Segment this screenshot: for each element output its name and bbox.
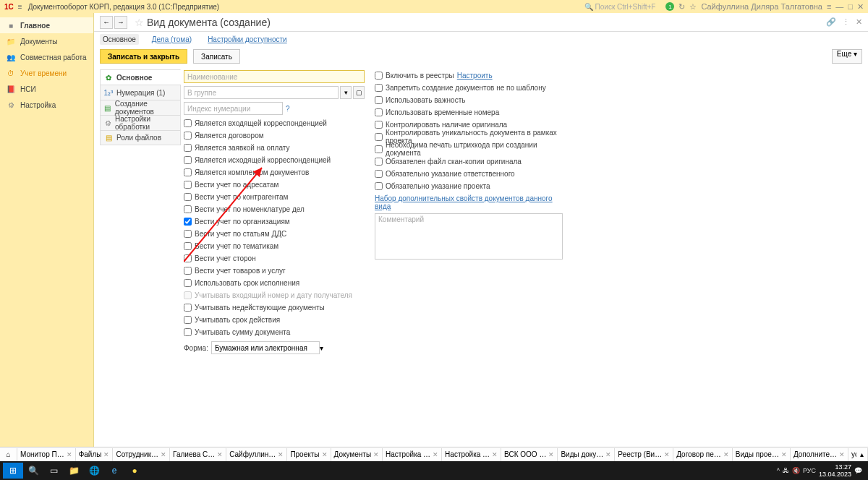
history-icon[interactable]: ↻ bbox=[678, 2, 685, 12]
wintab-scroll[interactable]: ▴ bbox=[856, 448, 868, 461]
check-right-9-box[interactable] bbox=[375, 182, 383, 190]
tab-main[interactable]: Основное bbox=[100, 34, 139, 45]
check-left-3-box[interactable] bbox=[184, 156, 192, 164]
check-left-9-box[interactable] bbox=[184, 230, 192, 238]
more-icon[interactable]: ≡ bbox=[827, 2, 831, 11]
wintab-12[interactable]: Договор пе…✕ bbox=[673, 448, 733, 461]
check-left-6-box[interactable] bbox=[184, 193, 192, 201]
wintab-5[interactable]: Проекты✕ bbox=[287, 448, 331, 461]
wintab-3[interactable]: Галиева С…✕ bbox=[170, 448, 226, 461]
close-page-icon[interactable]: ✕ bbox=[856, 17, 862, 27]
wintab-5-close[interactable]: ✕ bbox=[322, 451, 328, 458]
tb-tray-sound[interactable]: 🔇 bbox=[792, 467, 800, 474]
subtab-numbering[interactable]: 1₂³Нумерация (1) bbox=[100, 85, 181, 100]
check-right-3-box[interactable] bbox=[375, 108, 383, 116]
star-icon[interactable]: ☆ bbox=[689, 2, 697, 12]
wintab-6[interactable]: Документы✕ bbox=[331, 448, 383, 461]
wintab-7[interactable]: Настройка …✕ bbox=[383, 448, 442, 461]
wintab-6-close[interactable]: ✕ bbox=[373, 451, 379, 458]
check-right-0-link[interactable]: Настроить bbox=[457, 72, 493, 80]
check-left-8-box[interactable] bbox=[184, 218, 192, 226]
save-button[interactable]: Записать bbox=[193, 49, 240, 64]
wintab-0[interactable]: Монитор П…✕ bbox=[17, 448, 76, 461]
group-dropdown-button[interactable]: ▾ bbox=[340, 86, 352, 99]
wintab-1-close[interactable]: ✕ bbox=[103, 451, 109, 458]
minimize-icon[interactable]: — bbox=[835, 2, 843, 11]
subtab-main[interactable]: ✿Основное bbox=[100, 69, 181, 85]
check-right-8-box[interactable] bbox=[375, 170, 383, 178]
wintab-home[interactable]: ⌂ bbox=[0, 448, 17, 461]
tab-cases[interactable]: Дела (тома) bbox=[149, 34, 195, 45]
check-left-5-box[interactable] bbox=[184, 181, 192, 189]
nav-settings[interactable]: ⚙Настройка bbox=[0, 97, 93, 113]
tb-tray-net[interactable]: 🖧 bbox=[783, 467, 789, 474]
wintab-14-close[interactable]: ✕ bbox=[839, 451, 845, 458]
nav-forward-button[interactable]: → bbox=[114, 16, 127, 29]
wintab-1[interactable]: Файлы✕ bbox=[76, 448, 114, 461]
wintab-15[interactable]: устав (Вид…✕ bbox=[848, 448, 856, 461]
index-input[interactable] bbox=[184, 102, 283, 115]
wintab-10-close[interactable]: ✕ bbox=[605, 451, 611, 458]
wintab-3-close[interactable]: ✕ bbox=[217, 451, 223, 458]
wintab-0-close[interactable]: ✕ bbox=[67, 451, 72, 458]
check-right-7-box[interactable] bbox=[375, 158, 383, 166]
nav-documents[interactable]: 📁Документы bbox=[0, 33, 93, 49]
menu-dots-icon[interactable]: ⋮ bbox=[842, 17, 850, 27]
check-left-15-box[interactable] bbox=[184, 304, 192, 312]
index-help-icon[interactable]: ? bbox=[286, 105, 290, 113]
check-right-2-box[interactable] bbox=[375, 96, 383, 104]
nav-time[interactable]: ⏱Учет времени bbox=[0, 65, 93, 81]
close-icon[interactable]: ✕ bbox=[857, 2, 864, 12]
tb-search[interactable]: 🔍 bbox=[23, 463, 43, 479]
tb-explorer[interactable]: 📁 bbox=[64, 463, 84, 479]
check-right-4-box[interactable] bbox=[375, 121, 383, 129]
wintab-8-close[interactable]: ✕ bbox=[492, 451, 498, 458]
check-left-2-box[interactable] bbox=[184, 144, 192, 152]
tab-access[interactable]: Настройки доступности bbox=[205, 34, 290, 45]
form-type-dropdown-button[interactable]: ▾ bbox=[320, 344, 323, 352]
check-left-17-box[interactable] bbox=[184, 328, 192, 336]
maximize-icon[interactable]: □ bbox=[848, 2, 853, 11]
wintab-11[interactable]: Реестр (Ви…✕ bbox=[615, 448, 673, 461]
wintab-10[interactable]: Виды доку…✕ bbox=[558, 448, 615, 461]
link-icon[interactable]: 🔗 bbox=[826, 17, 836, 27]
check-left-11-box[interactable] bbox=[184, 254, 192, 262]
wintab-14[interactable]: Дополните…✕ bbox=[791, 448, 848, 461]
group-input[interactable] bbox=[184, 86, 339, 99]
tb-tray-up[interactable]: ^ bbox=[777, 467, 780, 474]
subtab-creation[interactable]: ▤Создание документов bbox=[100, 100, 181, 115]
tb-clock[interactable]: 13:2713.04.2023 bbox=[819, 463, 851, 478]
burger-icon[interactable]: ≡ bbox=[18, 3, 22, 11]
wintab-13[interactable]: Виды прое…✕ bbox=[733, 448, 791, 461]
check-left-7-box[interactable] bbox=[184, 205, 192, 213]
nav-nsi[interactable]: 📕НСИ bbox=[0, 81, 93, 97]
comment-textarea[interactable] bbox=[375, 213, 563, 260]
wintab-4-close[interactable]: ✕ bbox=[278, 451, 284, 458]
wintab-12-close[interactable]: ✕ bbox=[723, 451, 729, 458]
tb-ie[interactable]: e bbox=[104, 463, 124, 479]
check-left-0-box[interactable] bbox=[184, 119, 192, 127]
check-right-0-box[interactable] bbox=[375, 72, 383, 80]
check-left-12-box[interactable] bbox=[184, 267, 192, 275]
tb-start[interactable]: ⊞ bbox=[3, 463, 23, 479]
wintab-2-close[interactable]: ✕ bbox=[161, 451, 166, 458]
save-close-button[interactable]: Записать и закрыть bbox=[100, 49, 187, 64]
wintab-2[interactable]: Сотрудник…✕ bbox=[113, 448, 170, 461]
check-left-1-box[interactable] bbox=[184, 132, 192, 140]
check-left-13-box[interactable] bbox=[184, 279, 192, 287]
check-right-1-box[interactable] bbox=[375, 84, 383, 92]
group-open-button[interactable]: ▢ bbox=[353, 86, 365, 99]
wintab-13-close[interactable]: ✕ bbox=[781, 451, 787, 458]
tb-chrome[interactable]: 🌐 bbox=[84, 463, 104, 479]
check-right-5-box[interactable] bbox=[375, 133, 383, 141]
check-left-4-box[interactable] bbox=[184, 168, 192, 176]
nav-teamwork[interactable]: 👥Совместная работа bbox=[0, 49, 93, 65]
favorite-icon[interactable]: ☆ bbox=[135, 17, 144, 28]
global-search[interactable]: 🔍 Поиск Ctrl+Shift+F bbox=[584, 3, 656, 11]
extra-props-link[interactable]: Набор дополнительных свойств документов … bbox=[375, 194, 563, 210]
check-left-16-box[interactable] bbox=[184, 316, 192, 324]
subtab-file-roles[interactable]: ▤Роли файлов bbox=[100, 130, 181, 145]
form-type-select[interactable]: Бумажная или электронная bbox=[211, 341, 320, 354]
nav-main[interactable]: ■Главное bbox=[0, 17, 93, 33]
subtab-processing[interactable]: ⚙Настройки обработки bbox=[100, 115, 181, 130]
